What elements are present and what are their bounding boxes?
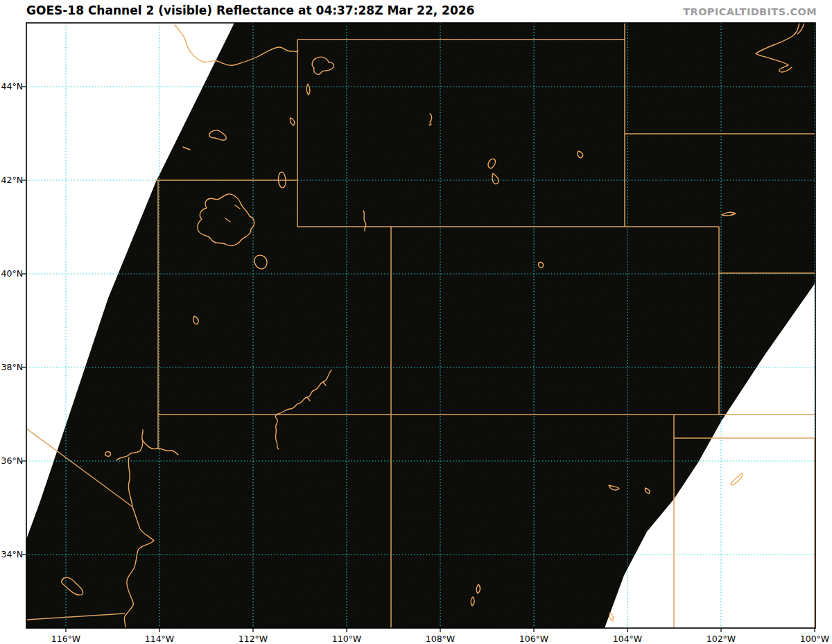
lon-tick-label: 116°W: [45, 633, 87, 644]
lon-tick-label: 106°W: [513, 633, 555, 644]
lon-tick-label: 114°W: [139, 633, 180, 644]
lat-tick-label: 36°N: [0, 455, 23, 467]
water-features: [62, 23, 804, 628]
image-title: GOES-18 Channel 2 (visible) Reflectance …: [26, 3, 474, 17]
lon-tick-label: 104°W: [607, 633, 648, 644]
lat-tick-label: 40°N: [0, 268, 23, 280]
lon-tick-label: 112°W: [232, 633, 274, 644]
state-borders: [26, 23, 815, 628]
lat-tick-label: 34°N: [0, 548, 23, 561]
map-frame: [26, 23, 815, 628]
satellite-swath-region: [26, 23, 815, 628]
lat-tick-label: 44°N: [0, 80, 23, 93]
satellite-image-page: GOES-18 Channel 2 (visible) Reflectance …: [0, 0, 832, 644]
lat-tick-label: 38°N: [0, 361, 23, 374]
graticule-grid: [26, 23, 815, 628]
lon-tick-label: 108°W: [419, 633, 461, 644]
site-watermark: TROPICALTIDBITS.COM: [683, 6, 817, 17]
lat-tick-label: 42°N: [0, 174, 23, 186]
lon-tick-label: 102°W: [700, 633, 742, 644]
axis-ticks: [22, 87, 815, 632]
satellite-map: [0, 0, 832, 644]
lon-tick-label: 110°W: [326, 633, 367, 644]
lon-tick-label: 100°W: [794, 633, 832, 644]
